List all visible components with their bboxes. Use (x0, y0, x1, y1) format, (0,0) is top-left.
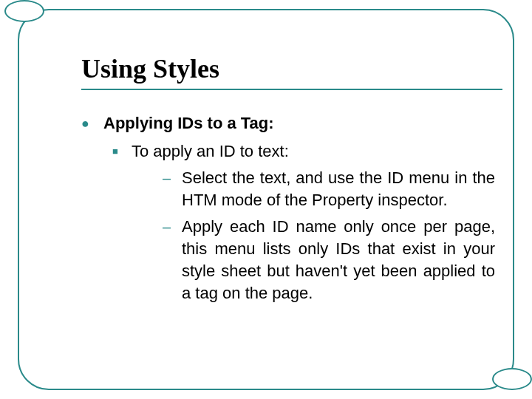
corner-decoration-top-left (4, 0, 44, 22)
bullet-square-icon: ■ (112, 140, 132, 163)
body-text: Apply each ID name only once per page, t… (182, 216, 495, 304)
bullet-dash-icon: – (163, 216, 182, 304)
subheading-text: To apply an ID to text: (132, 140, 289, 163)
heading-text: Applying IDs to a Tag: (103, 112, 274, 134)
body-text: Select the text, and use the ID menu in … (182, 167, 495, 211)
slide-body: ● Applying IDs to a Tag: ■ To apply an I… (81, 112, 495, 304)
list-item-l1: ● Applying IDs to a Tag: (81, 112, 495, 134)
title-underline (81, 89, 502, 90)
list-item-l3: – Select the text, and use the ID menu i… (163, 167, 495, 211)
slide-title: Using Styles (81, 53, 219, 84)
list-item-l3: – Apply each ID name only once per page,… (163, 216, 495, 304)
bullet-disc-icon: ● (81, 112, 103, 134)
bullet-dash-icon: – (163, 167, 182, 211)
list-item-l2: ■ To apply an ID to text: (112, 140, 495, 163)
corner-decoration-bottom-right (492, 368, 532, 390)
